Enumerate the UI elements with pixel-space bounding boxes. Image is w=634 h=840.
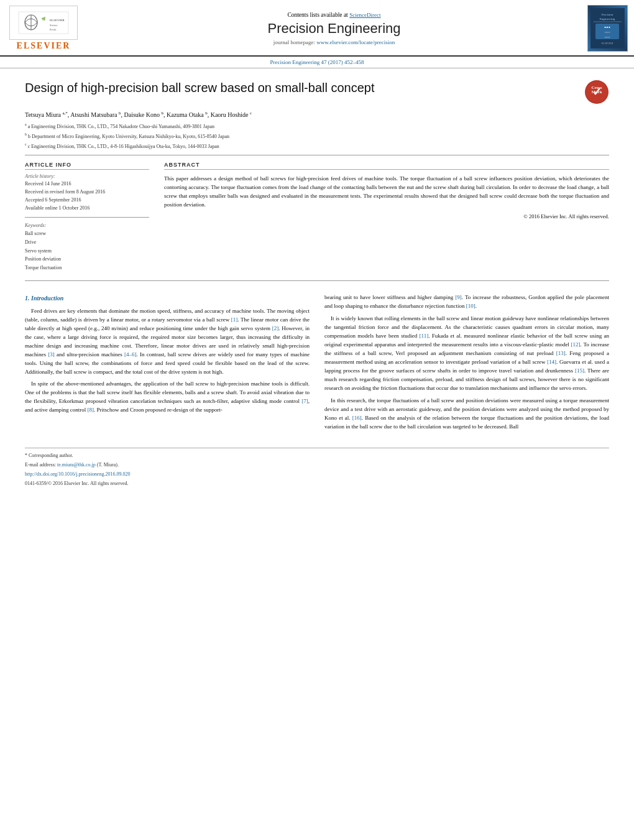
body-para-3: bearing unit to have lower stiffness and… bbox=[324, 293, 609, 311]
abstract-text: This paper addresses a design method of … bbox=[164, 175, 609, 210]
ref-14: [14] bbox=[547, 359, 556, 365]
ref-7: [7] bbox=[301, 398, 308, 404]
body-section: 1. Introduction Feed drives are key elem… bbox=[25, 293, 609, 435]
section1-heading: 1. Introduction bbox=[25, 293, 310, 303]
contents-available-text: Contents lists available at ScienceDirec… bbox=[81, 12, 587, 18]
article-container: Design of high-precision ball screw base… bbox=[0, 68, 634, 487]
keyword-5: Torque fluctuation bbox=[25, 264, 149, 272]
elsevier-logo-block: 🌿 ELSEVIER Science Books ELSEVIER bbox=[6, 6, 81, 51]
keyword-3: Servo system bbox=[25, 247, 149, 256]
journal-center-block: Contents lists available at ScienceDirec… bbox=[81, 12, 587, 45]
keywords-label: Keywords: bbox=[25, 223, 149, 228]
journal-homepage: journal homepage: www.elsevier.com/locat… bbox=[81, 39, 587, 45]
ref-1: [1] bbox=[231, 316, 238, 323]
svg-text:═══: ═══ bbox=[604, 30, 610, 34]
article-title-section: Design of high-precision ball screw base… bbox=[25, 68, 609, 111]
affiliations-block: a a Engineering Division, THK Co., LTD.,… bbox=[25, 122, 609, 150]
email-link[interactable]: te.miura@thk.co.jp bbox=[57, 462, 96, 468]
divider-2 bbox=[25, 280, 609, 281]
affiliation-a: a a Engineering Division, THK Co., LTD.,… bbox=[25, 122, 609, 131]
accepted-date: Accepted 6 September 2016 bbox=[25, 196, 149, 205]
elsevier-label: ELSEVIER bbox=[17, 41, 71, 51]
crossmark-badge: ✓ Cross Mark bbox=[584, 80, 609, 104]
available-date: Available online 1 October 2016 bbox=[25, 205, 149, 213]
svg-text:🌿: 🌿 bbox=[42, 17, 46, 21]
svg-text:■ ■ ■: ■ ■ ■ bbox=[604, 25, 610, 29]
sciencedirect-link[interactable]: ScienceDirect bbox=[349, 12, 380, 18]
email-note: E-mail address: te.miura@thk.co.jp (T. M… bbox=[25, 461, 609, 469]
ref-13: [13] bbox=[556, 350, 566, 356]
ref-11: [11] bbox=[419, 333, 428, 339]
body-para-4: It is widely known that rolling elements… bbox=[324, 315, 609, 392]
ref-3: [3] bbox=[48, 351, 55, 358]
received-revised-date: Received in revised form 8 August 2016 bbox=[25, 188, 149, 196]
svg-text:Mark: Mark bbox=[591, 90, 602, 95]
keyword-1: Ball screw bbox=[25, 229, 149, 238]
ref-8: [8] bbox=[87, 407, 94, 413]
article-dates: Received 14 June 2016 Received in revise… bbox=[25, 180, 149, 212]
journal-reference: Precision Engineering 47 (2017) 452–458 bbox=[0, 57, 634, 68]
body-para-5: In this research, the torque fluctuation… bbox=[324, 397, 609, 432]
keyword-4: Position deviation bbox=[25, 255, 149, 264]
received-date: Received 14 June 2016 bbox=[25, 180, 149, 188]
divider-keywords bbox=[25, 217, 149, 218]
copyright-text: © 2016 Elsevier Inc. All rights reserved… bbox=[164, 213, 609, 219]
doi-note: http://dx.doi.org/10.1016/j.precisioneng… bbox=[25, 471, 609, 478]
ref-9: [9] bbox=[455, 294, 462, 300]
body-para-1: Feed drives are key elements that domina… bbox=[25, 307, 310, 377]
history-label: Article history: bbox=[25, 173, 149, 179]
issn-note: 0141-6359/© 2016 Elsevier Inc. All right… bbox=[25, 480, 609, 487]
svg-text:Books: Books bbox=[50, 28, 57, 31]
crossmark-icon: ✓ Cross Mark bbox=[585, 80, 609, 104]
ref-16: [16] bbox=[352, 415, 362, 421]
authors-line: Tetsuya Miura a,*, Atsushi Matsubara b, … bbox=[25, 111, 609, 118]
affiliation-b: b b Department of Micro Engineering, Kyo… bbox=[25, 132, 609, 141]
article-info-title: ARTICLE INFO bbox=[25, 162, 149, 170]
svg-text:ELSEVIER: ELSEVIER bbox=[602, 42, 613, 45]
footer-section: * Corresponding author. E-mail address: … bbox=[25, 448, 609, 487]
doi-link[interactable]: http://dx.doi.org/10.1016/j.precisioneng… bbox=[25, 471, 130, 477]
corresponding-author-note: * Corresponding author. bbox=[25, 452, 609, 459]
abstract-title: ABSTRACT bbox=[164, 162, 609, 170]
article-info-column: ARTICLE INFO Article history: Received 1… bbox=[25, 162, 149, 272]
svg-text:Science: Science bbox=[50, 24, 58, 27]
ref-10: [10] bbox=[466, 303, 476, 309]
ref-4-6: [4–6] bbox=[124, 351, 137, 358]
body-column-2: bearing unit to have lower stiffness and… bbox=[324, 293, 609, 435]
svg-text:Precision: Precision bbox=[602, 13, 613, 16]
elsevier-logo-image: 🌿 ELSEVIER Science Books bbox=[9, 6, 78, 40]
abstract-column: ABSTRACT This paper addresses a design m… bbox=[164, 162, 609, 272]
ref-12: [12] bbox=[571, 341, 581, 348]
homepage-url[interactable]: www.elsevier.com/locate/precision bbox=[316, 39, 395, 45]
info-abstract-section: ARTICLE INFO Article history: Received 1… bbox=[25, 162, 609, 272]
article-title: Design of high-precision ball screw base… bbox=[25, 80, 578, 96]
svg-rect-0 bbox=[19, 12, 68, 34]
journal-header: 🌿 ELSEVIER Science Books ELSEVIER Conten… bbox=[0, 0, 634, 57]
ref-15: [15] bbox=[575, 367, 584, 374]
body-para-2: In spite of the above-mentioned advantag… bbox=[25, 380, 310, 415]
svg-text:Engineering: Engineering bbox=[600, 17, 615, 21]
divider-1 bbox=[25, 155, 609, 155]
keywords-list: Ball screw Drive Servo system Position d… bbox=[25, 229, 149, 272]
keyword-2: Drive bbox=[25, 238, 149, 247]
journal-title: Precision Engineering bbox=[81, 21, 587, 37]
affiliation-c: c c Engineering Division, THK Co., LTD.,… bbox=[25, 142, 609, 150]
body-column-1: 1. Introduction Feed drives are key elem… bbox=[25, 293, 310, 435]
journal-cover-image: Precision Engineering ■ ■ ■ ═══ ═══ ELSE… bbox=[587, 5, 628, 52]
svg-text:ELSEVIER: ELSEVIER bbox=[50, 19, 65, 22]
svg-text:═══: ═══ bbox=[604, 35, 610, 39]
ref-2: [2] bbox=[272, 325, 279, 331]
